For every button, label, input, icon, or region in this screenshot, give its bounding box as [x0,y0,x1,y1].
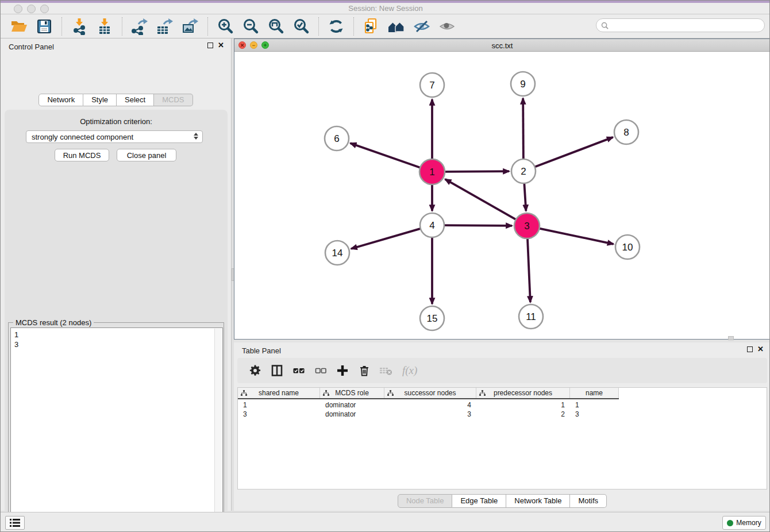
application-window: Session: New Session Control Panel ✕ Net… [0,0,770,532]
open-session-icon[interactable] [10,18,28,35]
memory-button[interactable]: Memory [722,516,766,530]
zoom-out-icon[interactable] [242,18,259,35]
edge-4-14[interactable] [351,229,421,249]
zoom-in-icon[interactable] [217,18,234,35]
network-graph-canvas[interactable]: 7968124314101511 [234,52,770,339]
edge-3-1[interactable] [445,179,516,219]
new-network-from-selection-icon[interactable] [363,18,380,35]
apply-layout-icon[interactable] [328,18,345,35]
tab-motifs[interactable]: Motifs [570,494,607,508]
table-settings-gear-icon[interactable] [248,364,262,377]
task-list-icon [9,518,21,527]
tab-select[interactable]: Select [117,94,154,106]
svg-text:1: 1 [429,167,434,178]
first-neighbors-icon[interactable] [388,18,405,35]
column-header-shared-name[interactable]: shared name [238,388,320,398]
close-panel-button[interactable]: Close panel [117,149,176,161]
graph-node-6[interactable]: 6 [325,126,349,151]
delete-table-icon [379,364,393,377]
close-panel-icon[interactable]: ✕ [218,43,224,48]
zoom-selected-icon[interactable] [292,18,310,35]
network-window-titlebar[interactable]: ✕ − + scc.txt [234,39,770,52]
svg-text:9: 9 [520,79,525,90]
select-all-columns-icon[interactable] [292,364,306,377]
task-history-button[interactable] [5,516,25,530]
network-view-window: ✕ − + scc.txt 7968124314101511 [234,38,770,340]
graph-node-1[interactable]: 1 [419,159,445,184]
column-header-MCDS-role[interactable]: MCDS role [320,388,384,398]
edge-1-6[interactable] [351,143,421,167]
edge-2-3[interactable] [524,183,526,211]
table-cell[interactable]: 3 [570,410,619,419]
column-header-name[interactable]: name [570,388,619,398]
edge-1-2[interactable] [445,171,509,172]
column-header-successor-nodes[interactable]: successor nodes [384,388,476,398]
table-cell[interactable]: 1 [570,400,619,410]
search-box[interactable] [596,18,765,32]
svg-text:10: 10 [622,242,633,253]
float-table-panel-icon[interactable] [747,346,753,352]
import-table-icon[interactable] [96,18,113,35]
table-cell[interactable]: 3 [384,410,476,419]
table-row[interactable]: 3dominator323 [238,410,619,419]
export-image-icon[interactable] [182,18,199,35]
tab-network-table[interactable]: Network Table [506,494,570,508]
import-network-icon[interactable] [71,18,88,35]
table-cell[interactable]: dominator [320,410,384,419]
show-all-icon[interactable] [438,18,456,35]
tab-style[interactable]: Style [83,94,117,106]
zoom-fit-icon[interactable] [267,18,284,35]
tab-network[interactable]: Network [38,94,83,106]
function-builder-icon: f(x) [401,364,421,377]
unselect-all-columns-icon[interactable] [314,364,328,377]
graph-node-11[interactable]: 11 [519,304,543,329]
edge-4-3[interactable] [444,225,512,226]
mcds-result-text[interactable]: 13 [10,327,223,532]
save-session-icon[interactable] [36,18,53,35]
graph-node-14[interactable]: 14 [325,241,349,265]
graph-node-3[interactable]: 3 [514,213,540,238]
criterion-select[interactable]: strongly connected component [26,130,203,143]
canvas-splitter-grip[interactable] [728,336,734,340]
graph-node-2[interactable]: 2 [511,159,536,183]
memory-status-icon [727,520,733,526]
table-cell[interactable]: 2 [476,410,570,419]
table-row[interactable]: 1dominator411 [238,400,619,410]
hide-selected-icon[interactable] [413,18,430,35]
graph-node-15[interactable]: 15 [420,306,444,330]
tab-node-table[interactable]: Node Table [398,494,453,508]
graph-node-9[interactable]: 9 [511,72,535,96]
show-columns-icon[interactable] [270,364,284,377]
toolbar-separator [122,17,122,36]
edge-2-8[interactable] [535,137,613,167]
graph-node-7[interactable]: 7 [420,73,444,97]
export-network-icon[interactable] [131,18,148,35]
delete-column-icon[interactable] [357,364,371,377]
tab-mcds[interactable]: MCDS [154,94,192,106]
mcds-result-group: MCDS result (2 nodes) 13 [8,322,224,532]
graph-node-4[interactable]: 4 [420,213,444,237]
search-input[interactable] [611,21,754,30]
edge-3-10[interactable] [540,229,614,244]
node-table[interactable]: shared nameMCDS rolesuccessor nodesprede… [237,387,767,489]
table-cell[interactable]: 1 [238,400,320,410]
column-header-predecessor-nodes[interactable]: predecessor nodes [476,388,570,398]
svg-text:11: 11 [526,311,536,322]
edge-2-9[interactable] [523,98,523,159]
table-cell[interactable]: 1 [476,400,570,410]
table-cell[interactable]: dominator [320,400,384,410]
tab-edge-table[interactable]: Edge Table [452,494,506,508]
graph-node-8[interactable]: 8 [614,120,638,144]
run-mcds-button[interactable]: Run MCDS [55,149,109,161]
graph-node-10[interactable]: 10 [615,235,640,259]
table-cell[interactable]: 3 [238,410,320,419]
criterion-value: strongly connected component [32,133,133,141]
result-scrollbar[interactable] [214,329,222,532]
export-table-icon[interactable] [156,18,174,35]
close-table-panel-icon[interactable]: ✕ [757,346,764,352]
control-panel-title: Control Panel [9,43,54,51]
edge-3-11[interactable] [528,238,530,302]
add-column-icon[interactable] [336,364,349,377]
float-panel-icon[interactable] [207,43,213,48]
table-cell[interactable]: 4 [384,400,476,410]
